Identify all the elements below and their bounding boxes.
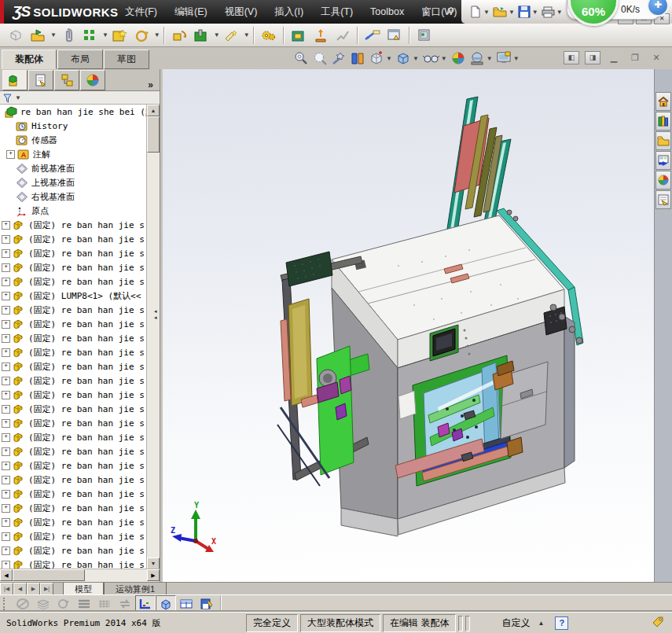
scroll-up-icon[interactable]: ▲ (147, 105, 160, 116)
scroll-left-icon[interactable]: ◀ (0, 569, 13, 581)
custom-properties-icon[interactable] (655, 190, 671, 209)
splitter-collapse-icon[interactable]: ◂◂ (154, 308, 160, 329)
tree-annotations-row[interactable]: + A 注解 (0, 147, 160, 161)
tree-component-row[interactable]: + (固定) re ban han jie s (0, 317, 160, 331)
scroll-down-icon[interactable]: ▼ (147, 558, 160, 569)
expand-icon[interactable]: + (2, 249, 10, 258)
magic-wand-icon[interactable] (330, 50, 347, 67)
expand-icon[interactable]: + (2, 405, 10, 414)
print-icon[interactable]: ▼ (542, 6, 563, 18)
menu-item[interactable]: 工具(T) (312, 0, 362, 24)
interference-detection-icon[interactable] (362, 24, 384, 46)
save-animation-icon[interactable] (196, 595, 217, 613)
tab-sketch[interactable]: 草图 (104, 50, 149, 69)
expand-icon[interactable]: + (2, 377, 10, 385)
expand-icon[interactable]: + (2, 263, 10, 272)
tab-model[interactable]: 模型 (63, 583, 104, 595)
view-orientation-icon[interactable]: ▼ (368, 50, 393, 67)
scroll-thumb[interactable] (147, 116, 160, 153)
expand-icon[interactable]: + (2, 476, 10, 484)
tree-filter-bar[interactable]: ▼ (0, 91, 160, 105)
tree-horizontal-scrollbar[interactable]: ◀ ▶ (0, 569, 160, 582)
exploded-view-icon[interactable] (310, 24, 332, 46)
tab-prev-icon[interactable]: ◀ (13, 583, 27, 595)
grid-icon[interactable] (94, 595, 115, 613)
tree-front-plane-row[interactable]: 前视基准面 (0, 161, 160, 175)
menu-item[interactable]: 视图(V) (216, 0, 266, 24)
tab-first-icon[interactable]: |◀ (0, 583, 13, 595)
appearances-icon[interactable] (655, 171, 671, 190)
tree-component-row[interactable]: + (固定) re ban han jie s (0, 218, 160, 232)
menu-item[interactable]: 文件(F) (116, 0, 166, 24)
expand-icon[interactable]: + (2, 306, 10, 315)
tree-component-row[interactable]: + (固定) re ban han jie s (0, 487, 160, 501)
layers-icon[interactable] (33, 595, 53, 613)
tree-component-row[interactable]: + (固定) re ban han jie s (0, 501, 160, 515)
tab-motion-study[interactable]: 运动算例1 (104, 583, 167, 595)
tree-component-row[interactable]: + (固定) re ban han jie s (0, 458, 160, 473)
save-icon[interactable]: ▼ (518, 6, 538, 18)
tree-component-row[interactable]: + (固定) re ban han jie s (0, 331, 160, 345)
file-explorer-icon[interactable] (655, 131, 671, 150)
isometric-cube-icon[interactable] (156, 595, 176, 613)
graphics-area[interactable]: Y Z X (163, 69, 655, 582)
tree-sensors-row[interactable]: 传感器 (0, 133, 160, 147)
expand-icon[interactable]: + (2, 221, 10, 230)
tree-component-row[interactable]: + (固定) re ban han jie s (0, 558, 160, 569)
propertymanager-icon[interactable] (28, 70, 53, 90)
assembly-features-icon[interactable] (190, 24, 212, 46)
expand-icon[interactable]: + (2, 433, 10, 442)
new-document-icon[interactable]: ▼ (469, 6, 490, 18)
tree-component-row[interactable]: + (固定) re ban han jie s (0, 303, 160, 317)
expand-icon[interactable]: + (6, 150, 15, 159)
expand-icon[interactable]: + (2, 447, 10, 456)
search-pin-icon[interactable]: 🔎︎ (440, 0, 460, 24)
tree-vertical-scrollbar[interactable]: ▲ ▼ (146, 105, 160, 569)
toolbox-icon[interactable] (288, 24, 310, 46)
menu-item[interactable]: 插入(I) (266, 0, 312, 24)
expand-icon[interactable]: + (2, 320, 10, 329)
expand-icon[interactable]: + (2, 348, 10, 357)
home-icon[interactable] (655, 92, 671, 111)
tree-component-row[interactable]: + (固定) LUMP8<1> (默认<< (0, 289, 160, 303)
section-view-icon[interactable] (349, 50, 366, 67)
tree-right-plane-row[interactable]: 右视基准面 (0, 190, 160, 204)
tree-root-row[interactable]: re ban han jie she bei (默 (0, 105, 160, 119)
quick-tips-help-button[interactable]: ? (555, 616, 568, 630)
expand-icon[interactable]: + (2, 292, 10, 300)
insert-component-icon[interactable] (5, 24, 27, 46)
tree-component-row[interactable]: + (固定) re ban han jie s (0, 473, 160, 487)
menu-item[interactable]: 编辑(E) (166, 0, 216, 24)
expand-icon[interactable]: + (2, 363, 10, 371)
linear-pattern-icon[interactable] (79, 24, 101, 46)
expand-icon[interactable]: + (2, 462, 10, 470)
move-component-icon[interactable] (130, 24, 152, 46)
expand-icon[interactable]: + (2, 518, 10, 527)
expand-icon[interactable]: + (2, 561, 10, 569)
custom-dropdown[interactable]: 自定义 (501, 616, 530, 630)
doc-restore-icon[interactable]: ❐ (627, 51, 643, 64)
tab-layout[interactable]: 布局 (57, 50, 103, 69)
expand-icon[interactable]: + (2, 334, 10, 343)
displaymanager-icon[interactable] (80, 70, 105, 90)
scene-icon[interactable]: ▼ (468, 50, 494, 67)
motor-icon[interactable] (53, 595, 74, 613)
tab-last-icon[interactable]: ▶| (40, 583, 53, 595)
tree-component-row[interactable]: + (固定) re ban han jie s (0, 543, 160, 558)
tree-origin-row[interactable]: 原点 (0, 204, 160, 218)
assembly-xpert-icon[interactable] (384, 24, 406, 46)
tree-component-row[interactable]: + (固定) re ban han jie s (0, 444, 160, 458)
open-component-icon[interactable] (27, 24, 49, 46)
tree-component-row[interactable]: + (固定) re ban han jie s (0, 246, 160, 260)
view-palette-icon[interactable] (655, 151, 671, 170)
doc-minimize-icon[interactable]: ▁ (606, 51, 622, 64)
expand-icon[interactable]: + (2, 391, 10, 399)
tree-component-row[interactable]: + (固定) re ban han jie s (0, 232, 160, 246)
reference-geometry-icon[interactable] (220, 24, 242, 46)
tab-next-icon[interactable]: ▶ (27, 583, 40, 595)
tree-component-row[interactable]: + (固定) re ban han jie s (0, 416, 160, 430)
explode-sketch-icon[interactable] (332, 24, 354, 46)
collapse-left-pane-icon[interactable]: ◧ (564, 51, 579, 64)
tree-top-plane-row[interactable]: 上视基准面 (0, 175, 160, 190)
swap-icon[interactable] (115, 595, 135, 613)
